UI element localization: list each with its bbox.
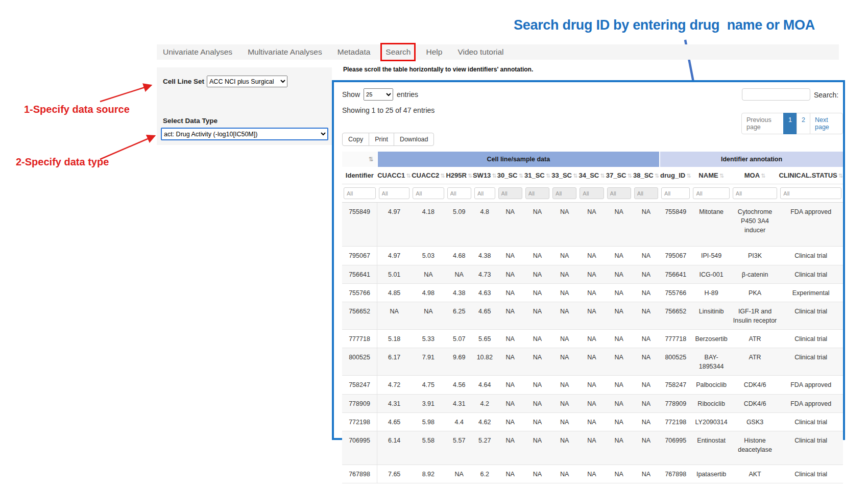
table-row[interactable]: 7558494.974.185.094.8NANANANANANA755849M… (342, 203, 843, 247)
sort-icon[interactable]: ⇅ (518, 173, 523, 179)
column-header-name[interactable]: NAME⇅ (691, 167, 731, 184)
filter-input-sw13[interactable] (474, 187, 495, 199)
column-header-sw13[interactable]: SW13⇅ (473, 167, 497, 184)
cell-30-sc: NA (497, 283, 524, 302)
nav-item-metadata[interactable]: Metadata (336, 46, 372, 58)
sort-icon[interactable]: ⇅ (468, 173, 472, 179)
page-button-2[interactable]: 2 (797, 113, 810, 134)
table-row[interactable]: 7950674.975.034.684.38NANANANANANA795067… (342, 247, 843, 265)
sort-icon[interactable]: ⇅ (761, 173, 765, 179)
data-type-select[interactable]: act: Drug Activity (-log10[IC50M]) (161, 128, 328, 140)
column-header-h295r[interactable]: H295R⇅ (446, 167, 473, 184)
cell-clinical-status: Clinical trial (779, 431, 843, 465)
filter-input-38-sc[interactable] (634, 187, 658, 199)
nav-item-search[interactable]: Search (384, 46, 412, 58)
cell-drug-id: 758247 (660, 376, 691, 394)
column-header-31-sc[interactable]: 31_SC⇅ (524, 167, 551, 184)
nav-item-help[interactable]: Help (425, 46, 443, 58)
table-row[interactable]: 7069956.145.585.575.27NANANANANANA706995… (342, 431, 843, 465)
column-header-moa[interactable]: MOA⇅ (731, 167, 779, 184)
column-header-drug-id[interactable]: drug_ID⇅ (660, 167, 691, 184)
identifier-sort-cell[interactable]: ⇅ (342, 152, 377, 167)
page-button-1[interactable]: 1 (783, 113, 797, 134)
sort-icon[interactable]: ⇅ (686, 173, 691, 179)
filter-input-cuacc1[interactable] (379, 187, 410, 199)
column-header-cuacc2[interactable]: CUACC2⇅ (411, 167, 445, 184)
cell-name: Linsitinib (691, 302, 731, 329)
cell-clinical-status: FDA approved (779, 203, 843, 247)
column-header-30-sc[interactable]: 30_SC⇅ (497, 167, 524, 184)
nav-item-univariate-analyses[interactable]: Univariate Analyses (162, 46, 233, 58)
filter-input-cuacc2[interactable] (413, 187, 444, 199)
filter-input-clinical-status[interactable] (780, 187, 841, 199)
cell-cuacc2: NA (411, 265, 445, 283)
column-header-37-sc[interactable]: 37_SC⇅ (606, 167, 633, 184)
column-header-clinical-status[interactable]: CLINICAL.STATUS⇅ (779, 167, 843, 184)
filter-row (342, 184, 843, 203)
download-button[interactable]: Download (394, 133, 435, 146)
cell-line-set-label: Cell Line Set (163, 78, 204, 85)
table-row[interactable]: 7582474.724.754.564.64NANANANANANA758247… (342, 376, 843, 394)
cell-name: BAY-1895344 (691, 348, 731, 376)
sort-icon[interactable]: ⇅ (838, 173, 843, 179)
cell-h295r: 5.09 (446, 203, 473, 247)
cell-31-sc: NA (524, 394, 551, 412)
column-header-38-sc[interactable]: 38_SC⇅ (633, 167, 660, 184)
next-page-button[interactable]: Next page (810, 113, 843, 134)
copy-button[interactable]: Copy (342, 133, 369, 146)
table-row[interactable]: 756652NANA6.254.65NANANANANANA756652Lins… (342, 302, 843, 329)
table-row[interactable]: 7789094.313.914.314.2NANANANANANA778909R… (342, 394, 843, 412)
sort-icon[interactable]: ⇅ (546, 173, 550, 179)
filter-input-identifier[interactable] (344, 187, 376, 199)
filter-input-34-sc[interactable] (580, 187, 604, 199)
table-row[interactable]: 7777185.185.335.075.65NANANANANANA777718… (342, 330, 843, 348)
cell-sw13: 4.2 (473, 394, 497, 412)
page-length-select[interactable]: 25 (364, 88, 393, 101)
sort-icon[interactable]: ⇅ (369, 156, 374, 163)
cell-h295r: 5.57 (446, 431, 473, 465)
table-head: ⇅Cell line/sample dataIdentifier annotat… (342, 152, 843, 203)
sort-icon[interactable]: ⇅ (600, 173, 605, 179)
cell-33-sc: NA (551, 247, 578, 265)
cell-33-sc: NA (551, 394, 578, 412)
sort-icon[interactable]: ⇅ (492, 173, 496, 179)
filter-input-name[interactable] (693, 187, 729, 199)
sort-icon[interactable]: ⇅ (440, 173, 445, 179)
filter-input-33-sc[interactable] (552, 187, 576, 199)
sort-icon[interactable]: ⇅ (573, 173, 577, 179)
sort-icon[interactable]: ⇅ (655, 173, 659, 179)
filter-cell (779, 184, 843, 203)
filter-input-drug-id[interactable] (661, 187, 690, 199)
sort-icon[interactable]: ⇅ (719, 173, 724, 179)
cell-line-set-select[interactable]: ACC NCI plus Surgical (207, 76, 287, 87)
cell-moa: Histone deacetylase (731, 431, 779, 465)
previous-page-button[interactable]: Previous page (741, 113, 784, 134)
sort-icon[interactable]: ⇅ (406, 173, 411, 179)
cell-clinical-status: Clinical trial (779, 465, 843, 483)
search-input[interactable] (742, 88, 810, 101)
table-row[interactable]: 8005256.177.919.6910.82NANANANANANA80052… (342, 348, 843, 376)
column-header-33-sc[interactable]: 33_SC⇅ (551, 167, 578, 184)
column-header-cuacc1[interactable]: CUACC1⇅ (377, 167, 412, 184)
cell-38-sc: NA (633, 376, 660, 394)
cell-name: LY2090314 (691, 412, 731, 431)
table-row[interactable]: 7721984.655.984.44.62NANANANANANA772198L… (342, 412, 843, 431)
filter-input-37-sc[interactable] (607, 187, 631, 199)
cell-33-sc: NA (551, 465, 578, 483)
column-header-identifier[interactable]: Identifier (342, 167, 377, 184)
column-header-34-sc[interactable]: 34_SC⇅ (578, 167, 605, 184)
nav-item-video-tutorial[interactable]: Video tutorial (456, 46, 504, 58)
filter-input-30-sc[interactable] (498, 187, 522, 199)
nav-item-multivariate-analyses[interactable]: Multivariate Analyses (247, 46, 323, 58)
table-row[interactable]: 7678987.658.92NA6.2NANANANANANA767898Ipa… (342, 465, 843, 483)
filter-input-31-sc[interactable] (525, 187, 549, 199)
print-button[interactable]: Print (369, 133, 394, 146)
cell-31-sc: NA (524, 465, 551, 483)
table-row[interactable]: 7566415.01NANA4.73NANANANANANA756641ICG-… (342, 265, 843, 283)
cell-cuacc2: 5.03 (411, 247, 445, 265)
filter-input-h295r[interactable] (447, 187, 471, 199)
cell-identifier: 800525 (342, 348, 377, 376)
table-row[interactable]: 7557664.854.984.384.63NANANANANANA755766… (342, 283, 843, 302)
sort-icon[interactable]: ⇅ (627, 173, 632, 179)
filter-input-moa[interactable] (733, 187, 778, 199)
